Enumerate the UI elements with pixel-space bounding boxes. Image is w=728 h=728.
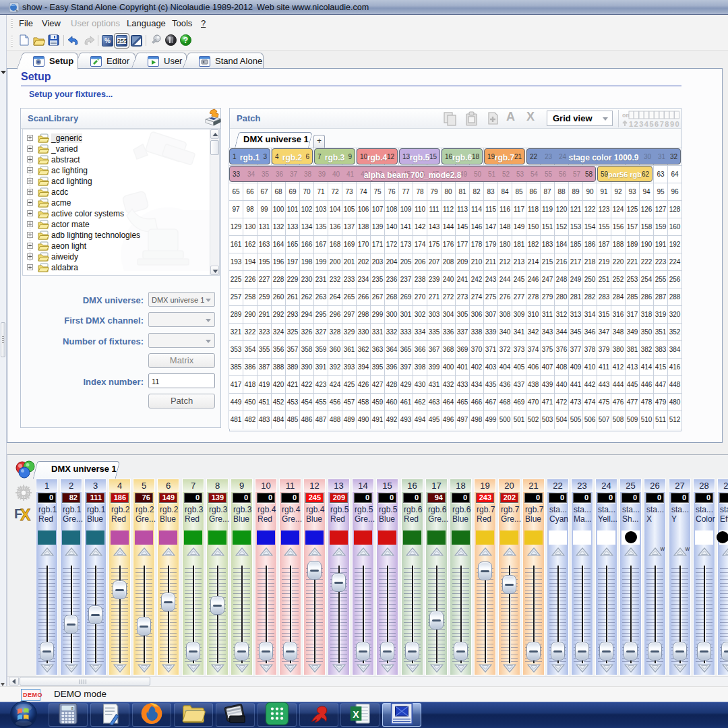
svg-text:X: X	[20, 506, 31, 522]
svg-text:1234567890: 1234567890	[629, 120, 680, 127]
svg-text:?: ?	[183, 36, 188, 45]
svg-text:X: X	[353, 708, 359, 719]
svg-text:on: on	[622, 112, 630, 119]
